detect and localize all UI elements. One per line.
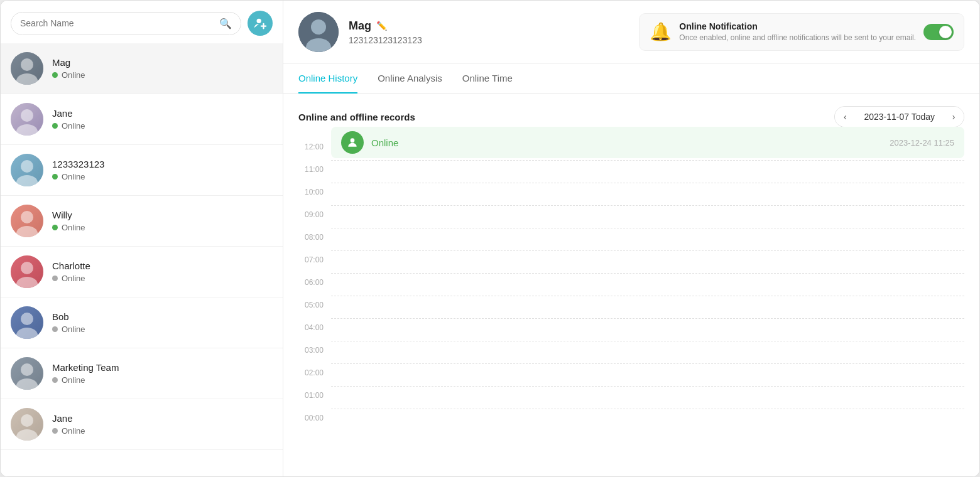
main-content: Mag ✏️ 123123123123123 🔔 Online Notifica… <box>283 1 979 476</box>
date-next-button[interactable]: › <box>944 107 964 127</box>
status-label: Online <box>62 223 85 232</box>
tab-analysis[interactable]: Online Analysis <box>378 64 442 94</box>
svg-point-0 <box>257 19 261 23</box>
tab-time[interactable]: Online Time <box>462 64 513 94</box>
contact-item-jane2[interactable]: Jane Online <box>1 399 283 450</box>
time-row-0400: 04:00 <box>298 318 964 341</box>
contact-status: Online <box>52 70 85 80</box>
time-line-area <box>331 273 964 296</box>
contact-name: Mag <box>52 57 85 68</box>
date-label: 2023-11-07 Today <box>855 107 944 127</box>
time-label: 04:00 <box>298 318 331 332</box>
contact-info: Bob Online <box>52 311 85 334</box>
contact-status: Online <box>52 121 85 131</box>
contact-list: Mag Online Jane Online <box>1 43 283 476</box>
online-event: Online 2023-12-24 11:25 <box>331 127 964 158</box>
contact-name: Charlotte <box>52 260 90 271</box>
contact-item-willy[interactable]: Willy Online <box>1 196 283 247</box>
time-label: 07:00 <box>298 250 331 264</box>
time-label: 06:00 <box>298 273 331 287</box>
status-dot <box>52 276 58 281</box>
time-line-area <box>331 250 964 273</box>
svg-point-22 <box>21 363 33 376</box>
profile-id: 123123123123123 <box>349 35 629 45</box>
contact-item-jane1[interactable]: Jane Online <box>1 94 283 145</box>
avatar <box>11 255 43 288</box>
contact-info: 1233323123 Online <box>52 159 104 181</box>
time-label: 02:00 <box>298 363 331 377</box>
time-line-area <box>331 228 964 250</box>
online-event-icon <box>341 131 364 154</box>
notification-text: Online Notification Once enabled, online… <box>679 21 916 43</box>
time-label: 12:00 <box>298 137 331 151</box>
notification-description: Once enabled, online and offline notific… <box>679 33 916 43</box>
contact-item-bob[interactable]: Bob Online <box>1 297 283 348</box>
add-user-icon <box>253 16 267 30</box>
contact-item-1233[interactable]: 1233323123 Online <box>1 145 283 196</box>
time-row-1200: 12:00 Online 2023-12-24 11:25 <box>298 137 964 160</box>
profile-header: Mag ✏️ 123123123123123 🔔 Online Notifica… <box>283 1 979 64</box>
contact-info: Mag Online <box>52 57 85 80</box>
time-line-area <box>331 386 964 409</box>
date-navigator: ‹ 2023-11-07 Today › <box>834 106 964 127</box>
time-line-area <box>331 409 964 431</box>
svg-point-16 <box>21 262 33 274</box>
records-title: Online and offline records <box>298 112 415 122</box>
contact-info: Jane Online <box>52 413 85 436</box>
svg-point-13 <box>21 211 33 223</box>
content-area: Online and offline records ‹ 2023-11-07 … <box>283 94 979 476</box>
search-input[interactable] <box>20 18 215 28</box>
time-line-area <box>331 341 964 363</box>
status-label: Online <box>62 324 85 334</box>
sidebar: 🔍 Mag Online <box>1 1 283 476</box>
time-row-0800: 08:00 <box>298 228 964 250</box>
contact-status: Online <box>52 223 85 232</box>
avatar <box>11 154 43 186</box>
profile-avatar <box>298 12 339 52</box>
time-line-area <box>331 183 964 205</box>
online-event-time: 2023-12-24 11:25 <box>890 138 954 147</box>
date-prev-button[interactable]: ‹ <box>835 107 855 127</box>
status-label: Online <box>62 274 85 283</box>
svg-point-19 <box>21 313 33 325</box>
add-user-button[interactable] <box>248 11 273 36</box>
app-container: 🔍 Mag Online <box>0 0 980 477</box>
avatar <box>11 357 43 390</box>
svg-point-7 <box>21 109 33 122</box>
status-dot <box>52 72 58 78</box>
time-row-0600: 06:00 <box>298 273 964 296</box>
contact-info: Jane Online <box>52 108 85 131</box>
time-line-area <box>331 296 964 318</box>
time-label: 00:00 <box>298 409 331 422</box>
contact-item-team[interactable]: Marketing Team Online <box>1 348 283 399</box>
contact-name: Jane <box>52 413 85 424</box>
status-label: Online <box>62 121 85 131</box>
edit-icon[interactable]: ✏️ <box>376 21 387 31</box>
status-dot <box>52 326 58 332</box>
svg-point-4 <box>21 58 33 71</box>
contact-name: Jane <box>52 108 85 119</box>
records-header: Online and offline records ‹ 2023-11-07 … <box>298 106 964 127</box>
svg-point-10 <box>21 160 33 173</box>
time-row-1100: 11:00 <box>298 160 964 183</box>
contact-name: Marketing Team <box>52 362 119 373</box>
tab-history[interactable]: Online History <box>298 64 357 94</box>
time-line-area: Online 2023-12-24 11:25 <box>331 137 964 160</box>
avatar <box>11 205 43 237</box>
status-dot <box>52 174 58 180</box>
time-label: 08:00 <box>298 228 331 242</box>
contact-item-mag[interactable]: Mag Online <box>1 43 283 94</box>
time-line-area <box>331 363 964 386</box>
time-row-0000: 00:00 <box>298 409 964 431</box>
time-label: 09:00 <box>298 205 331 219</box>
time-label: 01:00 <box>298 386 331 400</box>
notification-toggle[interactable] <box>923 24 954 40</box>
timeline: 12:00 Online 2023-12-24 11:25 11:00 10:0… <box>298 137 964 431</box>
status-dot <box>52 377 58 383</box>
search-input-wrap[interactable]: 🔍 <box>11 12 241 35</box>
contact-item-charlotte[interactable]: Charlotte Online <box>1 247 283 297</box>
time-row-0700: 07:00 <box>298 250 964 273</box>
contact-status: Online <box>52 172 104 181</box>
notification-title: Online Notification <box>679 21 916 31</box>
time-row-0200: 02:00 <box>298 363 964 386</box>
